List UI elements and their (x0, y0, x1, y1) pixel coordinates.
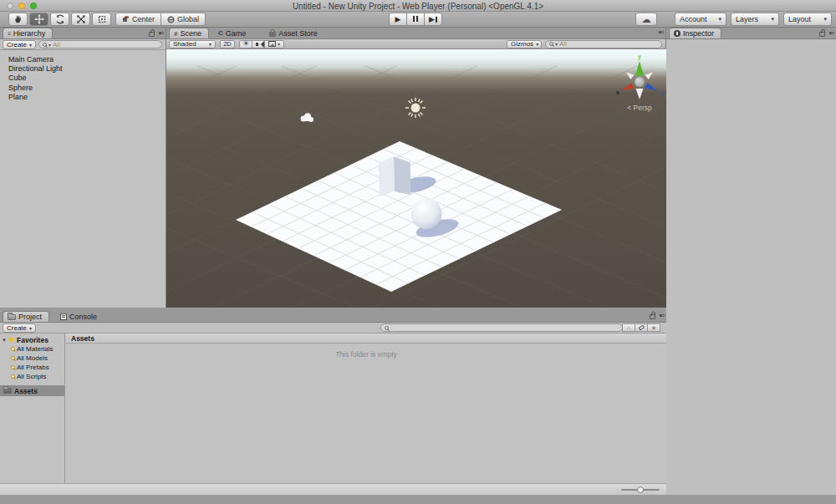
hierarchy-toolbar: Create ▾ ▾ All (0, 39, 166, 50)
pause-button[interactable] (406, 13, 425, 26)
asset-store-tab-label: Asset Store (278, 29, 318, 38)
game-tab-label: Game (226, 29, 247, 38)
panel-menu-icon[interactable]: ▾≡ (658, 29, 663, 36)
layout-dropdown[interactable]: Layout▾ (783, 13, 832, 26)
panel-menu-icon[interactable]: ▾≡ (158, 30, 163, 37)
search-placeholder: All (53, 41, 60, 48)
favorites-item-all-prefabs[interactable]: All Prefabs (0, 363, 64, 372)
favorites-item-all-models[interactable]: All Models (0, 354, 64, 363)
rect-tool-button[interactable] (92, 13, 111, 26)
favorites-group[interactable]: ▼ ★ Favorites (0, 335, 64, 344)
create-label: Create (7, 324, 27, 332)
directional-light-gizmo[interactable] (405, 98, 426, 118)
tab-scene[interactable]: # Scene (169, 28, 209, 38)
lock-icon[interactable] (650, 314, 655, 319)
search-placeholder: All (559, 40, 567, 48)
scale-tool-button[interactable] (71, 13, 90, 26)
move-icon (34, 14, 44, 24)
panel-menu-icon[interactable]: ▾≡ (828, 30, 833, 37)
sidebar-item-assets[interactable]: Assets (0, 385, 64, 396)
draw-mode-dropdown[interactable]: Shaded ▾ (169, 40, 216, 48)
hierarchy-item-sphere[interactable]: Sphere (0, 84, 166, 93)
move-tool-button[interactable] (29, 13, 48, 26)
tab-console[interactable]: Console (54, 311, 103, 322)
favorites-item-all-materials[interactable]: All Materials (0, 344, 64, 354)
chevron-down-icon: ▾ (29, 42, 32, 48)
rotate-tool-button[interactable] (50, 13, 69, 26)
hand-tool-button[interactable] (8, 13, 28, 26)
hierarchy-search-input[interactable]: ▾ All (38, 40, 162, 48)
hierarchy-item-cube[interactable]: Cube (0, 74, 166, 83)
search-by-type-button[interactable]: ∴ (622, 323, 635, 332)
toggle-2d-button[interactable]: 2D (220, 40, 235, 48)
project-create-button[interactable]: Create ▾ (3, 323, 36, 333)
pivot-center-button[interactable]: Center (115, 13, 161, 26)
inspector-panel: Inspector ▾≡ (666, 28, 836, 495)
star-icon: ★ (650, 324, 656, 332)
tab-asset-store[interactable]: Asset Store (263, 28, 324, 38)
account-dropdown[interactable]: Account▾ (675, 13, 726, 26)
hierarchy-item-directional-light[interactable]: Directional Light (0, 64, 166, 74)
hierarchy-icon: ≡ (8, 30, 11, 38)
sphere-object[interactable] (411, 199, 442, 230)
search-favorite-icon (11, 374, 15, 379)
hierarchy-item-plane[interactable]: Plane (0, 93, 166, 102)
step-icon: ▶ (429, 16, 435, 23)
lock-icon[interactable] (819, 32, 825, 37)
inspector-tab-label: Inspector (683, 29, 714, 38)
search-by-label-button[interactable] (635, 323, 648, 332)
center-icon (122, 16, 130, 23)
hand-icon (13, 14, 23, 24)
scene-icon: # (174, 30, 177, 38)
play-button[interactable]: ▶ (389, 13, 407, 26)
scene-effects-button[interactable]: ▾ (264, 40, 284, 48)
hierarchy-item-main-camera[interactable]: Main Camera (0, 55, 166, 64)
thumbnail-zoom-slider[interactable] (621, 489, 660, 491)
rotate-icon (55, 14, 65, 24)
chevron-down-icon: ▾ (536, 41, 538, 47)
toolbar-right: ☁ Account▾ Layers▾ Layout▾ (635, 13, 832, 26)
favorites-label: Favorites (17, 336, 48, 344)
rotation-global-button[interactable]: Global (161, 13, 206, 26)
hierarchy-create-button[interactable]: Create ▾ (3, 40, 36, 49)
pivot-toggle-group: Center Global (115, 13, 206, 26)
pivot-center-label: Center (132, 15, 155, 23)
favorites-item-all-scripts[interactable]: All Scripts (0, 372, 64, 381)
slider-knob[interactable] (637, 486, 644, 493)
project-body: ▼ ★ Favorites All Materials All Models A… (0, 333, 666, 483)
lock-icon[interactable] (149, 32, 155, 37)
perspective-label[interactable]: < Persp (627, 104, 652, 112)
gizmos-dropdown[interactable]: Gizmos ▾ (507, 40, 542, 48)
scene-lighting-button[interactable]: ☀ (239, 40, 252, 48)
hierarchy-tab-label: Hierarchy (13, 29, 46, 38)
layers-dropdown[interactable]: Layers▾ (731, 13, 779, 26)
assets-breadcrumb[interactable]: Assets (66, 333, 666, 344)
scene-audio-button[interactable] (252, 40, 265, 48)
tab-game[interactable]: C Game (212, 28, 252, 38)
assets-column: Assets This folder is empty (66, 333, 666, 483)
collapse-triangle-icon[interactable]: ▼ (2, 338, 7, 343)
search-icon (385, 326, 389, 330)
favorite-label: All Materials (17, 345, 54, 353)
project-search-input[interactable] (380, 323, 623, 332)
search-filter-arrow-icon: ▾ (555, 41, 558, 47)
tab-project[interactable]: Project (3, 311, 49, 322)
chevron-down-icon: ▾ (771, 16, 774, 23)
axis-x-label: x (616, 89, 619, 95)
scene-search-input[interactable]: ▾ All (545, 40, 662, 48)
panel-menu-icon[interactable]: ▾≡ (659, 313, 664, 319)
saved-searches-button[interactable]: ★ (647, 323, 660, 332)
search-icon (549, 42, 553, 46)
cube-object[interactable] (379, 156, 410, 196)
scene-panel: # Scene C Game Asset Store ▾≡ Shaded ▾ 2… (166, 28, 666, 308)
services-cloud-button[interactable]: ☁ (635, 13, 657, 26)
playmode-controls: ▶ ▶ (389, 13, 442, 26)
assets-label: Assets (14, 387, 38, 395)
tab-hierarchy[interactable]: ≡ Hierarchy (3, 28, 53, 38)
console-tab-label: Console (69, 313, 97, 321)
game-icon: C (218, 29, 223, 37)
tab-inspector[interactable]: Inspector (669, 28, 721, 38)
hierarchy-tabbar: ≡ Hierarchy ▾≡ (0, 28, 166, 39)
step-button[interactable]: ▶ (424, 13, 442, 26)
scene-viewport[interactable]: y x z < Persp (166, 49, 666, 308)
